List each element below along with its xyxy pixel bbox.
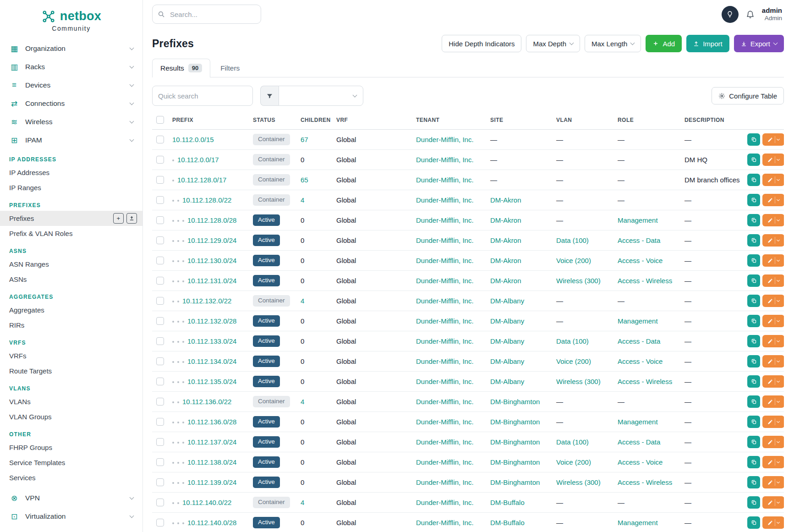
tenant-link[interactable]: Dunder-Mifflin, Inc. bbox=[416, 357, 474, 365]
edit-button[interactable] bbox=[762, 315, 784, 327]
edit-button[interactable] bbox=[762, 335, 784, 347]
tenant-link[interactable]: Dunder-Mifflin, Inc. bbox=[416, 136, 474, 143]
hide-depth-indicators-button[interactable]: Hide Depth Indicators bbox=[442, 35, 521, 52]
edit-button[interactable] bbox=[762, 476, 784, 488]
prefix-link[interactable]: 10.112.129.0/24 bbox=[187, 236, 236, 244]
clone-button[interactable] bbox=[747, 315, 760, 327]
prefix-link[interactable]: 10.112.136.0/22 bbox=[182, 398, 231, 406]
column-header-site[interactable]: SITE bbox=[488, 111, 554, 130]
sidebar-item-devices[interactable]: ≡Devices bbox=[0, 76, 142, 94]
prefix-link[interactable]: 10.112.0.0/17 bbox=[177, 156, 219, 164]
sidebar-item-asn-ranges[interactable]: ASN Ranges bbox=[0, 257, 142, 272]
row-checkbox[interactable] bbox=[156, 478, 164, 486]
row-checkbox[interactable] bbox=[156, 499, 164, 506]
row-checkbox[interactable] bbox=[156, 136, 164, 143]
tenant-link[interactable]: Dunder-Mifflin, Inc. bbox=[416, 236, 474, 244]
clone-button[interactable] bbox=[747, 335, 760, 347]
edit-button[interactable] bbox=[762, 234, 784, 247]
sidebar-item-prefixes[interactable]: Prefixes+ bbox=[0, 211, 142, 226]
column-header-vlan[interactable]: VLAN bbox=[554, 111, 616, 130]
role-link[interactable]: Access - Voice bbox=[618, 357, 663, 365]
vlan-link[interactable]: Data (100) bbox=[556, 438, 589, 446]
row-checkbox[interactable] bbox=[156, 418, 164, 426]
tenant-link[interactable]: Dunder-Mifflin, Inc. bbox=[416, 519, 474, 527]
prefix-link[interactable]: 10.112.135.0/24 bbox=[187, 378, 236, 385]
configure-table-button[interactable]: Configure Table bbox=[712, 87, 784, 104]
edit-button[interactable] bbox=[762, 194, 784, 206]
tenant-link[interactable]: Dunder-Mifflin, Inc. bbox=[416, 317, 474, 325]
role-link[interactable]: Access - Data bbox=[618, 236, 660, 244]
tenant-link[interactable]: Dunder-Mifflin, Inc. bbox=[416, 216, 474, 224]
row-checkbox[interactable] bbox=[156, 176, 164, 184]
sidebar-item-vlan-groups[interactable]: VLAN Groups bbox=[0, 409, 142, 424]
clone-button[interactable] bbox=[747, 436, 760, 448]
edit-button[interactable] bbox=[762, 295, 784, 307]
edit-button[interactable] bbox=[762, 416, 784, 428]
import-prefix-quick-button[interactable] bbox=[126, 213, 137, 224]
export-button[interactable]: Export bbox=[734, 35, 784, 52]
tenant-link[interactable]: Dunder-Mifflin, Inc. bbox=[416, 257, 474, 264]
prefix-link[interactable]: 10.112.130.0/24 bbox=[187, 257, 236, 264]
sidebar-item-route-targets[interactable]: Route Targets bbox=[0, 363, 142, 378]
prefix-link[interactable]: 10.112.128.0/22 bbox=[182, 196, 231, 204]
prefix-link[interactable]: 10.112.133.0/24 bbox=[187, 337, 236, 345]
edit-button[interactable] bbox=[762, 456, 784, 468]
sidebar-item-vlans[interactable]: VLANs bbox=[0, 394, 142, 409]
edit-button[interactable] bbox=[762, 214, 784, 226]
edit-button[interactable] bbox=[762, 154, 784, 166]
site-link[interactable]: DM-Akron bbox=[490, 257, 521, 264]
sidebar-item-ip-ranges[interactable]: IP Ranges bbox=[0, 180, 142, 195]
role-link[interactable]: Access - Wireless bbox=[618, 277, 672, 285]
row-checkbox[interactable] bbox=[156, 337, 164, 345]
clone-button[interactable] bbox=[747, 194, 760, 206]
clone-button[interactable] bbox=[747, 295, 760, 307]
row-checkbox[interactable] bbox=[156, 236, 164, 244]
clone-button[interactable] bbox=[747, 133, 760, 146]
site-link[interactable]: DM-Akron bbox=[490, 236, 521, 244]
sidebar-item-rirs[interactable]: RIRs bbox=[0, 318, 142, 333]
column-header-children[interactable]: CHILDREN bbox=[299, 111, 334, 130]
prefix-link[interactable]: 10.112.128.0/28 bbox=[187, 216, 236, 224]
tenant-link[interactable]: Dunder-Mifflin, Inc. bbox=[416, 337, 474, 345]
row-checkbox[interactable] bbox=[156, 398, 164, 406]
edit-button[interactable] bbox=[762, 516, 784, 529]
role-link[interactable]: Management bbox=[618, 216, 658, 224]
site-link[interactable]: DM-Binghamton bbox=[490, 418, 540, 426]
tenant-link[interactable]: Dunder-Mifflin, Inc. bbox=[416, 499, 474, 506]
children-count-link[interactable]: 4 bbox=[301, 297, 304, 305]
edit-button[interactable] bbox=[762, 375, 784, 388]
children-count-link[interactable]: 4 bbox=[301, 499, 304, 506]
sidebar-item-vpn[interactable]: ⊗VPN bbox=[0, 489, 142, 507]
row-checkbox[interactable] bbox=[156, 378, 164, 385]
tenant-link[interactable]: Dunder-Mifflin, Inc. bbox=[416, 156, 474, 164]
sidebar-item-circuits[interactable]: ⊙Circuits bbox=[0, 526, 142, 532]
tenant-link[interactable]: Dunder-Mifflin, Inc. bbox=[416, 458, 474, 466]
column-header-tenant[interactable]: TENANT bbox=[414, 111, 488, 130]
sidebar-item-racks[interactable]: ▥Racks bbox=[0, 58, 142, 76]
notifications-button[interactable] bbox=[746, 10, 755, 19]
site-link[interactable]: DM-Albany bbox=[490, 297, 524, 305]
column-header-description[interactable]: DESCRIPTION bbox=[683, 111, 745, 130]
sidebar-item-organization[interactable]: ▦Organization bbox=[0, 39, 142, 58]
column-header-role[interactable]: ROLE bbox=[616, 111, 683, 130]
site-link[interactable]: DM-Albany bbox=[490, 337, 524, 345]
row-checkbox[interactable] bbox=[156, 277, 164, 285]
role-link[interactable]: Access - Wireless bbox=[618, 378, 672, 385]
edit-button[interactable] bbox=[762, 174, 784, 186]
tenant-link[interactable]: Dunder-Mifflin, Inc. bbox=[416, 438, 474, 446]
clone-button[interactable] bbox=[747, 476, 760, 488]
tab-results[interactable]: Results 90 bbox=[152, 59, 210, 77]
site-link[interactable]: DM-Binghamton bbox=[490, 458, 540, 466]
edit-button[interactable] bbox=[762, 133, 784, 146]
prefix-link[interactable]: 10.112.140.0/22 bbox=[182, 499, 231, 506]
site-link[interactable]: DM-Akron bbox=[490, 277, 521, 285]
site-link[interactable]: DM-Buffalo bbox=[490, 499, 525, 506]
tenant-link[interactable]: Dunder-Mifflin, Inc. bbox=[416, 398, 474, 406]
prefix-link[interactable]: 10.112.139.0/24 bbox=[187, 478, 236, 486]
children-count-link[interactable]: 4 bbox=[301, 398, 304, 406]
site-link[interactable]: DM-Albany bbox=[490, 317, 524, 325]
user-menu[interactable]: admin Admin bbox=[762, 6, 782, 22]
site-link[interactable]: DM-Albany bbox=[490, 378, 524, 385]
row-checkbox[interactable] bbox=[156, 257, 164, 264]
role-link[interactable]: Management bbox=[618, 317, 658, 325]
